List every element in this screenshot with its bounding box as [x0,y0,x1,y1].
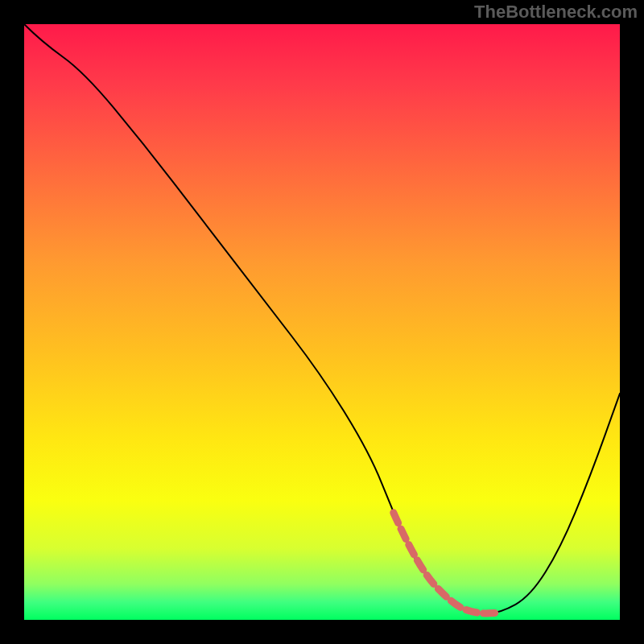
bottleneck-curve [24,24,620,613]
watermark-text: TheBottleneck.com [474,2,638,23]
valley-highlight [394,513,501,613]
chart-container: TheBottleneck.com [0,0,644,644]
curve-svg-layer [24,24,620,620]
